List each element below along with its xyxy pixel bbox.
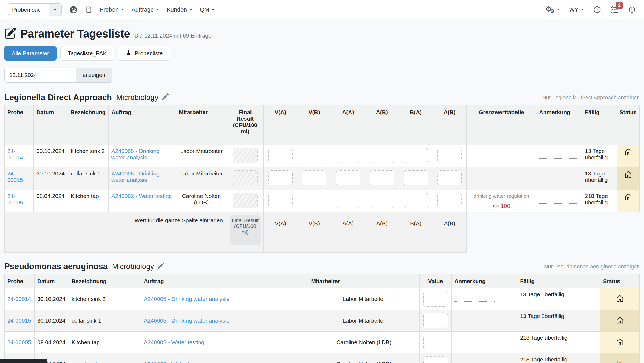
column-fill-input-ab[interactable]: A(B) [368,215,396,227]
probe-link[interactable]: 24-00005 [7,193,23,205]
menu-qm[interactable]: QM [200,6,215,13]
probe-link[interactable]: 24-00015 [7,317,31,324]
datum-cell: 08.04.2024 [33,190,68,212]
home-icon[interactable] [624,151,632,157]
filter-pseudomonas-link[interactable]: Nur Pseudomonas aeruginosa anzeigen [544,264,640,270]
power-icon[interactable] [628,6,636,14]
auftrag-link[interactable]: A240005 - Drinking water analysis [111,148,160,160]
value-input-vb[interactable] [302,148,326,163]
gears-icon: ⚙⚙ [545,6,555,14]
value-input-ba[interactable] [404,148,428,163]
palette-icon[interactable] [69,5,78,14]
home-icon[interactable] [624,196,632,202]
anmerkung-field[interactable] [454,317,495,323]
section-legionella-category: Microbiology [116,93,158,102]
section-legionella-title: Legionella Direct Approach [4,93,112,102]
value-input-va[interactable] [268,193,293,208]
datum-cell: 30.10.2024 [33,145,68,167]
value-input-ab[interactable] [370,193,394,208]
value-input[interactable] [423,313,448,328]
tab-probenliste[interactable]: Probenliste [118,46,170,61]
menu-proben[interactable]: Proben [100,6,124,13]
value-input-ba[interactable] [404,193,428,208]
chevron-down-icon [211,9,215,10]
date-input[interactable] [4,68,76,83]
col-header-datum: Datum [34,274,69,288]
anmerkung-field[interactable] [454,360,495,363]
value-input-ab2[interactable] [437,193,462,208]
search-input[interactable] [8,3,49,16]
value-input-aa[interactable] [336,148,360,163]
anmerkung-field[interactable] [539,152,579,159]
value-input-aa[interactable] [336,170,360,185]
document-icon[interactable] [85,6,92,14]
home-icon[interactable] [624,173,632,179]
search-dropdown-button[interactable] [49,3,62,16]
probe-link[interactable]: 24-00014 [7,296,31,302]
edit-section-icon[interactable] [162,93,169,102]
column-fill-input-vb[interactable]: V(B) [300,215,328,227]
auftrag-link[interactable]: A240005 - Drinking water analysis [111,170,160,183]
anmerkung-field[interactable] [539,175,579,181]
home-icon[interactable] [616,319,624,325]
value-input[interactable] [423,291,448,307]
bezeichnung-cell: sampling tap [69,353,141,363]
auftrag-link[interactable]: A240002 - Water testing [144,361,204,363]
column-fill-input-va[interactable]: V(A) [266,215,294,227]
tab-tagesliste-pak[interactable]: Tagesliste_PAK [60,46,114,61]
value-input-ba[interactable] [404,170,428,185]
column-fill-input-ba[interactable]: B(A) [402,215,430,227]
column-fill-input-aa[interactable]: A(A) [334,215,362,227]
col-header-datum: Datum [33,105,68,145]
mitarbeiter-cell: Caroline Nolten (LDB) [176,190,227,212]
home-icon[interactable] [616,297,624,304]
anmerkung-field[interactable] [539,197,579,204]
probe-link[interactable]: 24-00015 [7,170,23,183]
tasks-badge[interactable]: 2 [616,2,623,9]
column-fill-row: Wert für die ganze Spalte eintragen Fina… [5,212,640,253]
show-button[interactable]: anzeigen [76,68,112,83]
col-header-status: Status [600,274,639,288]
menu-kunden[interactable]: Kunden [167,6,192,13]
user-menu[interactable]: WY [569,6,584,13]
value-input-ab2[interactable] [437,148,462,163]
chevron-down-icon [121,9,124,10]
auftrag-link[interactable]: A240005 - Drinking water analysis [144,317,229,324]
probe-link[interactable]: 24-00005 [7,339,31,345]
anmerkung-field[interactable] [454,339,495,345]
value-input-ab[interactable] [370,170,394,185]
col-header-final-result: Final Result (CFU/100 ml) [227,105,263,145]
value-input-va[interactable] [268,148,293,163]
filter-legionella-link[interactable]: Nur Legionella Direct Approach anzeigen [542,95,640,101]
anmerkung-field[interactable] [454,295,495,302]
page-subtitle: Di., 12.11.2024 mit 69 Einträgen [134,32,215,39]
value-input-vb[interactable] [302,193,326,208]
column-fill-input-final-result[interactable]: Final Result (CFU/100 ml) [230,215,261,245]
menu-auftraege[interactable]: Aufträge [132,6,159,13]
edit-title-icon[interactable] [5,28,16,40]
page-title: Parameter Tagesliste [20,27,130,40]
probe-link[interactable]: 24-00014 [7,148,23,160]
grenzwert-limit: <= 100 [469,203,533,209]
col-header-anmerkung: Anmerkung [452,274,517,288]
auftrag-link[interactable]: A240005 - Drinking water analysis [144,296,229,302]
settings-menu[interactable]: ⚙⚙ [545,6,560,14]
journal-icon[interactable] [616,362,624,363]
auftrag-link[interactable]: A240002 - Water testing [144,339,204,345]
value-input-va[interactable] [268,170,293,185]
bezeichnung-cell: cellar sink 1 [69,310,141,332]
tab-alle-parameter[interactable]: Alle Parameter [4,46,57,61]
table-row: 24-00014 30.10.2024 kitchen sink 2 A2400… [5,145,640,167]
value-input-aa[interactable] [336,193,360,208]
value-input[interactable] [423,335,448,350]
home-icon[interactable] [616,341,624,347]
edit-section-icon[interactable] [157,262,164,271]
value-input-ab2[interactable] [437,170,462,185]
value-input[interactable] [423,356,448,363]
column-fill-input-ab2[interactable]: A(B) [436,215,464,227]
auftrag-link[interactable]: A240002 - Water testing [111,193,172,199]
value-input-vb[interactable] [302,170,326,185]
value-input-ab[interactable] [370,148,394,163]
faellig-cell: 218 Tage überfällig [582,190,617,212]
clock-icon[interactable] [593,6,601,14]
